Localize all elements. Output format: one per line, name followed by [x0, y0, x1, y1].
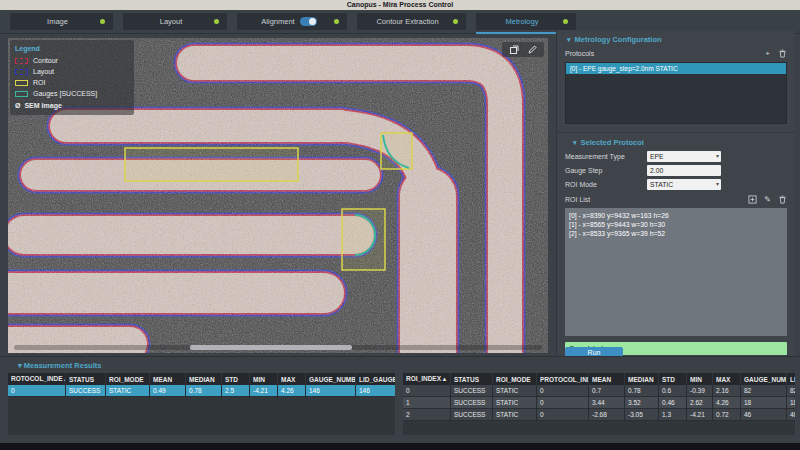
roi-box-0[interactable] — [125, 148, 298, 181]
roi-box-2[interactable] — [342, 209, 385, 270]
table-cell: 3.44 — [589, 397, 625, 409]
gauge-step-input[interactable]: 2.00 — [647, 165, 721, 176]
section-title: Metrology Configuration — [575, 35, 662, 44]
protocols-label: Protocols — [565, 50, 594, 57]
roi-list[interactable]: [0] - x=8390 y=9432 w=163 h=26 [1] - x=8… — [565, 208, 787, 336]
table-cell: STATIC — [106, 385, 150, 397]
column-header[interactable]: MAX — [278, 373, 306, 385]
status-dot — [214, 19, 219, 24]
pen-icon[interactable] — [527, 45, 537, 55]
add-protocol-icon[interactable]: + — [763, 49, 772, 58]
column-header[interactable]: ROTOCOL_INDE ▴ — [8, 373, 66, 385]
column-header[interactable]: STATUS — [66, 373, 106, 385]
legend-item-contour[interactable]: Contour — [15, 55, 129, 66]
delete-roi-icon[interactable] — [778, 195, 787, 204]
table-cell: 46 — [787, 409, 796, 421]
table-cell: 0 — [537, 385, 589, 397]
selected-protocol-header[interactable]: ▾Selected Protocol — [557, 133, 795, 147]
status-dot — [563, 19, 568, 24]
column-header[interactable]: GAUGE_NUMBER — [306, 373, 356, 385]
column-header[interactable]: STD — [659, 373, 687, 385]
section-title: Measurement Results — [24, 361, 102, 370]
roi-box-1[interactable] — [381, 133, 412, 169]
measurement-results-header[interactable]: ▾ Measurement Results — [0, 357, 800, 370]
column-header[interactable]: STD — [222, 373, 250, 385]
table-cell: SUCCESS — [451, 409, 493, 421]
tab-layout[interactable]: Layout — [123, 13, 227, 30]
column-header[interactable]: MIN — [250, 373, 278, 385]
column-header[interactable]: ROI_INDEX ▴ — [403, 373, 451, 385]
tab-alignment[interactable]: Alignment — [237, 13, 347, 30]
legend-label: ROI — [33, 77, 45, 88]
roi-list-item[interactable]: [2] - x=8533 y=9365 w=39 h=52 — [569, 229, 787, 238]
column-header[interactable]: ROI_MODE — [493, 373, 537, 385]
tab-layout-label: Layout — [160, 17, 191, 26]
status-dot — [453, 19, 458, 24]
tab-image[interactable]: Image — [10, 13, 113, 30]
add-roi-icon[interactable] — [748, 195, 757, 204]
column-header[interactable]: GAUGE_NUMBER — [741, 373, 787, 385]
roi-results-table-container[interactable]: ROI_INDEX ▴STATUSROI_MODEPROTOCOL_INDEXM… — [403, 373, 795, 435]
contour-swatch-icon — [15, 58, 28, 64]
measurement-type-label: Measurement Type — [565, 153, 647, 160]
sem-image-viewport[interactable]: Legend Contour Layout ROI Gauges [SUCCES… — [8, 38, 548, 353]
column-header[interactable]: LID_GAUGE_NUMB — [787, 373, 796, 385]
column-header[interactable]: STATUS — [451, 373, 493, 385]
window-bottom-edge — [0, 443, 800, 450]
sem-image-label: SEM Image — [24, 102, 61, 109]
table-cell: 4.26 — [278, 385, 306, 397]
column-header[interactable]: PROTOCOL_INDEX — [537, 373, 589, 385]
table-cell: -2.68 — [589, 409, 625, 421]
table-cell: 0.6 — [659, 385, 687, 397]
viewer-hscrollbar-thumb[interactable] — [190, 345, 352, 350]
column-header[interactable]: MEDIAN — [186, 373, 222, 385]
column-header[interactable]: MEAN — [150, 373, 186, 385]
column-header[interactable]: ROI_MODE — [106, 373, 150, 385]
column-header[interactable]: MAX — [713, 373, 741, 385]
protocol-item-selected[interactable]: [0] - EPE gauge_step=2.0nm STATIC — [566, 63, 786, 74]
table-row[interactable]: 2SUCCESSSTATIC0-2.68-3.051.3-4.210.72464… — [403, 409, 795, 421]
table-cell: -4.21 — [250, 385, 278, 397]
table-cell: STATIC — [493, 397, 537, 409]
sem-image-toggle[interactable]: ØSEM Image — [15, 100, 129, 111]
roi-list-item[interactable]: [0] - x=8390 y=9432 w=163 h=26 — [569, 211, 787, 220]
measurement-type-select[interactable]: EPE — [647, 151, 721, 162]
capture-icon[interactable] — [509, 45, 519, 55]
table-cell: 46 — [741, 409, 787, 421]
status-dot — [100, 19, 105, 24]
column-header[interactable]: MEDIAN — [625, 373, 659, 385]
table-cell: 82 — [787, 385, 796, 397]
protocol-results-table-container[interactable]: ROTOCOL_INDE ▴STATUSROI_MODEMEANMEDIANST… — [8, 373, 395, 435]
table-cell: 18 — [741, 397, 787, 409]
table-row[interactable]: 1SUCCESSSTATIC03.443.520.462.624.2618180 — [403, 397, 795, 409]
layout-swatch-icon — [15, 69, 28, 75]
table-cell: 0.49 — [150, 385, 186, 397]
tab-image-label: Image — [47, 17, 76, 26]
viewer-toolbar — [502, 42, 544, 57]
table-cell: SUCCESS — [451, 397, 493, 409]
edit-roi-icon[interactable]: ✎ — [763, 195, 772, 204]
table-cell: 1.3 — [659, 409, 687, 421]
legend-item-roi[interactable]: ROI — [15, 77, 129, 88]
collapse-caret-icon: ▾ — [18, 361, 22, 370]
roi-mode-select[interactable]: STATIC — [647, 179, 721, 190]
legend-label: Gauges [SUCCESS] — [33, 88, 97, 99]
table-row[interactable]: 0SUCCESSSTATIC00.70.780.6-0.392.1682820 — [403, 385, 795, 397]
legend-item-layout[interactable]: Layout — [15, 66, 129, 77]
legend-item-gauges[interactable]: Gauges [SUCCESS] — [15, 88, 129, 99]
legend-title[interactable]: Legend — [15, 43, 129, 54]
metrology-configuration-header[interactable]: ▾Metrology Configuration — [557, 30, 795, 44]
column-header[interactable]: LID_GAUGE_NUMI — [356, 373, 396, 385]
tab-contour-extraction[interactable]: Contour Extraction — [357, 13, 466, 30]
alignment-toggle[interactable] — [300, 17, 317, 26]
table-cell: 1 — [403, 397, 451, 409]
roi-list-item[interactable]: [1] - x=8565 y=9443 w=30 h=30 — [569, 220, 787, 229]
tab-contour-extraction-label: Contour Extraction — [376, 17, 446, 26]
column-header[interactable]: MEAN — [589, 373, 625, 385]
table-row[interactable]: 0SUCCESSSTATIC0.490.782.5-4.214.26146146… — [8, 385, 395, 397]
column-header[interactable]: MIN — [687, 373, 713, 385]
table-cell: 2.62 — [687, 397, 713, 409]
table-cell: 2.5 — [222, 385, 250, 397]
tab-metrology[interactable]: Metrology — [476, 13, 576, 30]
delete-protocol-icon[interactable] — [778, 49, 787, 58]
